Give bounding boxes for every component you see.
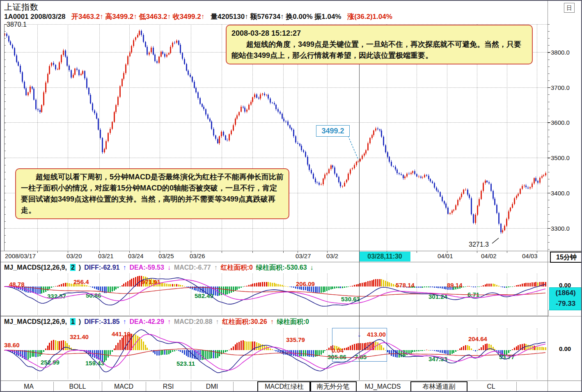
panel-header-segment: ↑ — [270, 318, 274, 325]
tab-MJ_MACDS[interactable]: MJ_MACDS — [355, 382, 410, 391]
volume-values: 量4205130↑ 额576734↑ 换0.00% 振1.04% — [211, 13, 341, 21]
chart-low-label: 3271.3 — [469, 241, 489, 248]
stock-chart-window: 上证指数 1A0001 2008/03/28 开3463.2↑ 高3499.2↑… — [0, 0, 582, 392]
note-body: 超短线可以看下周初，5分钟MACD是否最终演化为红柱子不能再伸长而比前一柱子面积… — [21, 172, 284, 216]
chart-high-label: 3870.1 — [7, 21, 27, 28]
panel-header-segment: ) — [79, 318, 81, 325]
panel-header-segment: ↑ — [214, 264, 218, 271]
macd-area-label: 335.79 — [286, 336, 305, 343]
tab-南无外分笔[interactable]: 南无外分笔 — [309, 381, 357, 392]
period-selector[interactable]: 15分钟 — [550, 252, 582, 263]
price-tick-label: 3700.0 — [551, 84, 570, 91]
date-tick-label: 03/20 — [66, 252, 82, 259]
bar-count: (1864) — [550, 288, 582, 298]
macd-area-label: 256.4 — [73, 278, 89, 285]
tab-MA[interactable]: MA — [4, 382, 53, 391]
stock-code-date: 1A0001 2008/03/28 — [4, 13, 65, 21]
annotation-note-top: 2008-03-28 15:12:27 超短线的角度，3499点是关键位置，一旦… — [226, 25, 533, 64]
panel-header-segment: DEA:-59.53 — [129, 264, 164, 271]
period-day-icon[interactable]: 日 — [564, 3, 575, 13]
tab-BOLL[interactable]: BOLL — [53, 382, 102, 391]
tab-MACD[interactable]: MACD — [102, 382, 146, 391]
panel-header-segment: MJ_MACDS(12,26,9, — [4, 264, 67, 271]
macd-area-label: 53.77 — [499, 353, 515, 360]
macd-area-label: 321.40 — [70, 333, 89, 340]
panel-header-segment: MACD:20.88 — [174, 318, 212, 325]
annotation-note-left: 超短线可以看下周初，5分钟MACD是否最终演化为红柱子不能再伸长而比前一柱子面积… — [15, 168, 289, 219]
panel-header-segment: ↑ — [215, 318, 219, 325]
date-tick-label: 04/03 — [522, 252, 538, 259]
macd-area-label: 48.78 — [9, 281, 25, 288]
macd-area-label: 530.63 — [341, 296, 360, 303]
macd-panel1-header: MJ_MACDS(12,26,9,2)DIFF:-62.91↑DEA:-59.5… — [4, 264, 317, 272]
panel-header-segment: MACD:-6.77 — [174, 264, 211, 271]
macd-area-label: 301.24 — [428, 293, 447, 300]
panel-header-segment: DIFF:-31.85 — [84, 318, 119, 325]
macd-area-label: 252.99 — [41, 359, 60, 366]
macd-area-label: 50.86 — [86, 292, 101, 299]
divider — [1, 381, 582, 381]
date-tick-label: 03/21 — [98, 252, 114, 259]
ohlc-values: 开3463.2↑ 高3499.2↑ 低3463.2↑ 收3499.2↑ — [71, 13, 204, 21]
panel-header-segment: ↑ — [167, 318, 171, 325]
macd-area-label: 347.33 — [428, 355, 447, 362]
macd-area-label: 971.91 — [142, 278, 160, 285]
tab-DMI[interactable]: DMI — [191, 382, 233, 391]
date-tick-label: 03/26 — [190, 252, 205, 259]
divider — [1, 251, 582, 251]
tab-RSI[interactable]: RSI — [146, 382, 191, 391]
macd-area-label: 204.64 — [468, 335, 487, 342]
price-tick-label: 3400.0 — [551, 190, 570, 197]
panel-header-segment: 红柱面积:30.26 — [222, 318, 267, 325]
note-body: 超短线的角度，3499点是关键位置，一旦站不住，再次探底就不可避免。当然，只要能… — [231, 39, 527, 61]
macd-area-label: 582.49 — [195, 292, 213, 299]
macd-area-label: 441.19 — [112, 330, 131, 337]
panel-header-segment: MJ_MACDS(12,26,9, — [4, 318, 67, 325]
price-tick-label: 3800.0 — [551, 49, 570, 56]
macd-area-label: 89.14 — [447, 282, 463, 289]
date-tick-label: 03/24 — [128, 252, 144, 259]
panel-header-segment: ) — [79, 264, 81, 271]
panel-header-segment: 绿柱面积:0 — [277, 318, 309, 325]
panel-header-segment: 绿柱面积:-530.63 — [256, 264, 307, 271]
key-level-callout: 3499.2 — [316, 125, 350, 137]
date-highlight[interactable]: 03/28,11:30 — [359, 252, 410, 261]
date-tick-label: 2008/03/17 — [5, 252, 36, 259]
panel-header-segment: ↓ — [310, 264, 314, 271]
macd-area-label: 6.71 — [467, 291, 479, 298]
macd-area-label: 523.11 — [176, 360, 195, 367]
price-tick-label: 3500.0 — [551, 154, 570, 161]
macd-area-label: 578.14 — [396, 282, 415, 289]
panel1-value: -79.33 — [550, 298, 582, 309]
panel-header-segment: DIFF:-62.91 — [84, 264, 119, 271]
panel-header-segment: DEA:-42.29 — [129, 318, 164, 325]
macd-area-label: 413.00 — [367, 331, 386, 338]
tab-MACD红绿柱[interactable]: MACD红绿柱 — [257, 381, 311, 392]
panel-header-segment: 红柱面积:0 — [221, 264, 253, 271]
date-tick-label: 04/02 — [481, 252, 497, 259]
price-tick-label: 3600.0 — [551, 119, 570, 126]
panel-header-segment: 1 — [70, 318, 76, 325]
macd-area-label: 305.86 — [328, 353, 346, 360]
page-title: 上证指数 — [4, 2, 39, 13]
date-tick-label: 03/27 — [296, 252, 311, 259]
price-tick-label: 3300.0 — [551, 225, 570, 232]
tab-divider — [516, 382, 517, 392]
chart-left-border — [4, 24, 5, 251]
tab-布林通道副[interactable]: 布林通道副 — [410, 381, 467, 392]
macd-area-label: 332.57 — [47, 293, 66, 300]
divider — [1, 262, 582, 262]
panel2-zero-label: 0.00 — [559, 345, 571, 352]
panel1-empty-box — [548, 310, 582, 316]
tab-CL[interactable]: CL — [466, 382, 516, 391]
tab-divider — [233, 382, 234, 392]
macd-area-label: 38.60 — [4, 342, 20, 348]
change-value: 涨(36.2)1.04% — [347, 13, 392, 21]
panel-header-segment: ↑ — [123, 264, 126, 271]
quote-header-row: 1A0001 2008/03/28 开3463.2↑ 高3499.2↑ 低346… — [4, 12, 396, 21]
macd-area-label: 7.85 — [355, 353, 367, 360]
note-timestamp: 2008-03-28 15:12:27 — [231, 28, 527, 39]
panel1-info-box: (1864) -79.33 — [549, 287, 582, 310]
divider — [1, 316, 582, 316]
macd-panel2-header: MJ_MACDS(12,26,9,1)DIFF:-31.85↑DEA:-42.2… — [4, 318, 312, 326]
